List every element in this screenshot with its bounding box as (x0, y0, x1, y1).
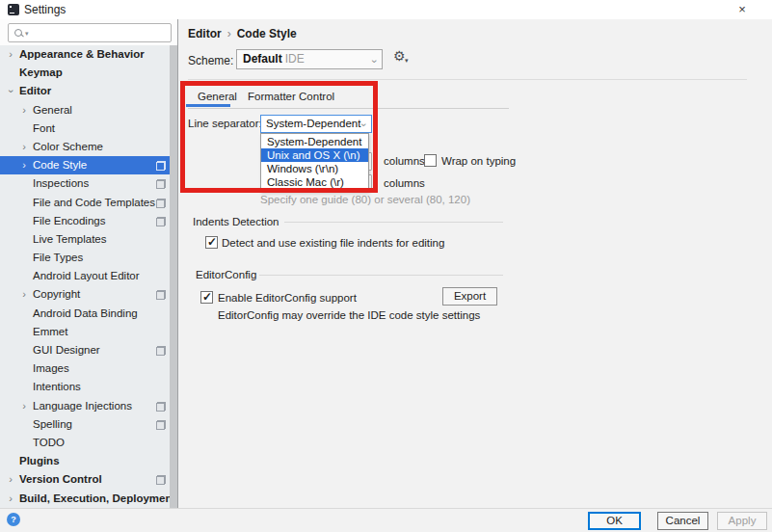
sidebar-item-label: Editor (19, 82, 51, 100)
chevron-right-icon[interactable]: › (18, 285, 30, 304)
override-settings-icon (156, 217, 166, 226)
sidebar-item-label: Plugins (19, 452, 60, 470)
detect-indents-label[interactable]: Detect and use existing file indents for… (222, 237, 444, 249)
editorconfig-note: EditorConfig may override the IDE code s… (218, 309, 480, 321)
search-options-caret-icon[interactable]: ▾ (25, 30, 29, 38)
sidebar-item-spelling[interactable]: Spelling (0, 415, 177, 434)
sidebar-item-general[interactable]: ›General (0, 101, 177, 120)
breadcrumb-separator: › (222, 27, 237, 40)
sidebar-item-live-templates[interactable]: Live Templates (0, 230, 177, 249)
search-area: ▾ (0, 19, 177, 45)
divider (188, 108, 509, 109)
sidebar-item-label: Copyright (33, 285, 80, 304)
scrollbar-thumb[interactable] (170, 45, 177, 508)
line-separator-label: Line separator: (188, 118, 262, 129)
override-settings-icon (156, 179, 166, 189)
dropdown-option-system-dependent[interactable]: System-Dependent (261, 135, 368, 148)
sidebar-item-appearance-behavior[interactable]: ›Appearance & Behavior (0, 45, 177, 64)
scheme-value: Default (243, 52, 282, 66)
dropdown-option-classic-mac-r[interactable]: Classic Mac (\r) (261, 175, 368, 189)
sidebar-item-intentions[interactable]: Intentions (0, 378, 177, 396)
sidebar-item-file-encodings[interactable]: File Encodings (0, 212, 177, 230)
chevron-right-icon[interactable]: › (18, 397, 30, 415)
sidebar-item-editor[interactable]: ›Editor (0, 82, 177, 100)
sidebar-item-version-control[interactable]: ›Version Control (0, 470, 177, 489)
sidebar-item-code-style[interactable]: ›Code Style (0, 156, 177, 174)
search-icon (14, 29, 22, 37)
chevron-right-icon[interactable]: › (5, 490, 16, 508)
chevron-down-icon[interactable]: › (1, 86, 19, 97)
sidebar-item-label: Intentions (33, 378, 81, 396)
chevron-right-icon[interactable]: › (5, 45, 16, 64)
active-tab-underline (186, 104, 230, 107)
sidebar-item-images[interactable]: Images (0, 359, 177, 378)
line-separator-popup: System-DependentUnix and OS X (\n)Window… (260, 133, 369, 192)
sidebar-item-color-scheme[interactable]: ›Color Scheme (0, 138, 177, 156)
sidebar-item-label: File Types (33, 249, 83, 267)
override-settings-icon (156, 402, 166, 412)
hard-wrap-columns-label: columns (384, 155, 425, 167)
wrap-on-typing-label[interactable]: Wrap on typing (441, 155, 516, 167)
sidebar-item-plugins[interactable]: Plugins (0, 452, 177, 470)
sidebar-item-label: File and Code Templates (33, 194, 155, 212)
override-settings-icon (156, 161, 166, 171)
override-settings-icon (156, 475, 166, 485)
sidebar-item-copyright[interactable]: ›Copyright (0, 285, 177, 304)
scheme-gear-button[interactable]: ⚙▾ (393, 48, 413, 67)
sidebar-item-build-execution-deployment[interactable]: ›Build, Execution, Deployment (0, 490, 177, 508)
sidebar-item-label: TODO (33, 434, 65, 452)
sidebar-item-label: Color Scheme (33, 138, 103, 156)
sidebar-item-label: General (33, 101, 72, 120)
sidebar-item-keymap[interactable]: Keymap (0, 64, 177, 82)
enable-editorconfig-label[interactable]: Enable EditorConfig support (218, 292, 357, 304)
scheme-dropdown[interactable]: DefaultIDE › (236, 49, 383, 69)
dropdown-option-unix-and-os-x-n[interactable]: Unix and OS X (\n) (261, 148, 368, 162)
search-input[interactable]: ▾ (8, 23, 172, 42)
footer: ? OK Cancel Apply (0, 508, 772, 532)
sidebar-item-label: Version Control (19, 470, 102, 489)
enable-editorconfig-checkbox[interactable] (200, 291, 213, 304)
sidebar-item-android-layout-editor[interactable]: Android Layout Editor (0, 267, 177, 285)
divider (259, 275, 503, 276)
sidebar-item-language-injections[interactable]: ›Language Injections (0, 397, 177, 415)
sidebar-item-label: Images (33, 359, 69, 378)
settings-tree: ›Appearance & BehaviorKeymap›Editor›Gene… (0, 45, 177, 508)
sidebar-item-todo[interactable]: TODO (0, 434, 177, 452)
override-settings-icon (156, 290, 166, 300)
chevron-right-icon[interactable]: › (5, 470, 16, 489)
sidebar-item-label: Font (33, 120, 55, 138)
app-icon (8, 4, 19, 15)
sidebar-item-file-and-code-templates[interactable]: File and Code Templates (0, 194, 177, 212)
sidebar-item-file-types[interactable]: File Types (0, 249, 177, 267)
sidebar-item-label: Android Layout Editor (33, 267, 140, 285)
window-title: Settings (24, 3, 66, 16)
sidebar-item-inspections[interactable]: Inspections (0, 174, 177, 193)
sidebar-item-emmet[interactable]: Emmet (0, 323, 177, 341)
tab-formatter-control[interactable]: Formatter Control (248, 91, 334, 102)
detect-indents-checkbox[interactable] (205, 236, 218, 249)
breadcrumb-section[interactable]: Editor (188, 27, 222, 40)
sidebar-scrollbar[interactable] (170, 45, 177, 508)
tab-general[interactable]: General (198, 91, 237, 102)
sidebar-item-label: Language Injections (33, 397, 132, 415)
cancel-button[interactable]: Cancel (657, 512, 708, 530)
sidebar-item-font[interactable]: Font (0, 120, 177, 138)
line-separator-dropdown[interactable]: System-Dependent › (260, 115, 372, 133)
sidebar-item-android-data-binding[interactable]: Android Data Binding (0, 305, 177, 323)
wrap-on-typing-checkbox[interactable] (424, 154, 437, 167)
settings-dialog: Settings × ▾ ›Appearance & BehaviorKeyma… (0, 0, 772, 532)
indents-detection-title: Indents Detection (193, 216, 280, 227)
breadcrumb-page: Code Style (237, 27, 297, 40)
sidebar: ▾ ›Appearance & BehaviorKeymap›Editor›Ge… (0, 19, 177, 508)
export-button[interactable]: Export (442, 287, 497, 306)
chevron-right-icon[interactable]: › (18, 101, 30, 120)
dropdown-option-windows-r-n[interactable]: Windows (\r\n) (261, 162, 368, 175)
chevron-down-icon: › (357, 123, 373, 127)
help-button[interactable]: ? (7, 513, 20, 526)
close-icon[interactable]: × (732, 2, 752, 17)
chevron-right-icon[interactable]: › (18, 156, 30, 174)
chevron-right-icon[interactable]: › (18, 138, 30, 156)
ok-button[interactable]: OK (588, 512, 641, 530)
sidebar-item-gui-designer[interactable]: GUI Designer (0, 341, 177, 359)
sidebar-item-label: Android Data Binding (33, 305, 138, 323)
